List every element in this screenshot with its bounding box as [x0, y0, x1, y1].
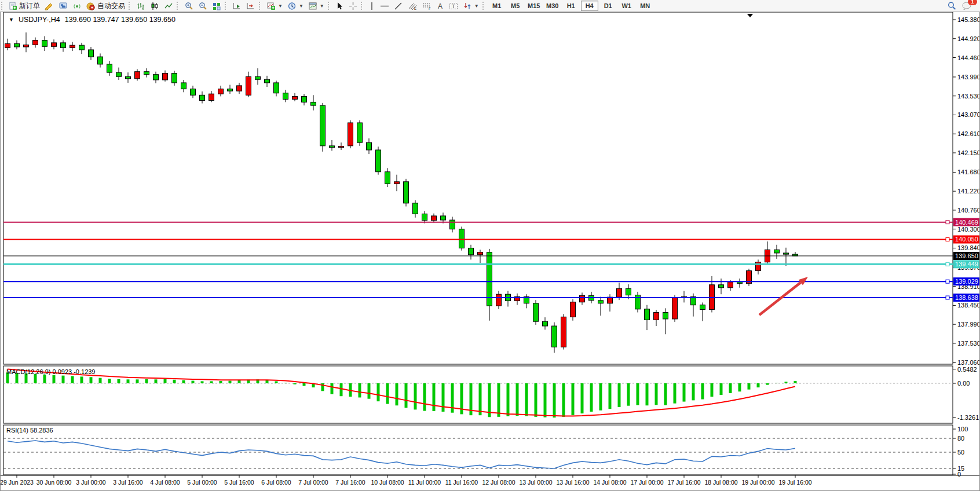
svg-text:139.840: 139.840 [957, 244, 979, 251]
candle-body [163, 74, 168, 80]
candle-body [116, 72, 122, 76]
toolbar-grip [482, 2, 487, 10]
svg-text:140.300: 140.300 [957, 226, 979, 233]
svg-text:10 Jul 08:00: 10 Jul 08:00 [371, 479, 404, 486]
svg-text:11 Jul 00:00: 11 Jul 00:00 [408, 479, 441, 486]
svg-text:30 Jun 08:00: 30 Jun 08:00 [36, 479, 72, 486]
svg-text:19 Jul 16:00: 19 Jul 16:00 [778, 479, 811, 486]
timeframe-MN[interactable]: MN [637, 1, 654, 11]
zoom-out-button[interactable] [196, 0, 210, 12]
trendline-icon [394, 2, 403, 10]
rsi-indicator-label: RSI(14) 58.2836 [6, 427, 53, 434]
text-label-button[interactable]: T [447, 0, 461, 12]
vline-button[interactable] [366, 0, 378, 12]
chart-bars-button[interactable] [134, 0, 148, 12]
caret-down-icon: ▼ [320, 3, 324, 9]
chart-title: ▼ USDJPY-,H4 139.690 139.747 139.650 139… [9, 16, 175, 24]
templates-button[interactable]: ▼ [306, 0, 327, 12]
vline-icon [368, 2, 375, 10]
hline-button[interactable] [378, 0, 392, 12]
channel-icon: E [408, 2, 418, 10]
text-a-icon: A [437, 2, 444, 10]
svg-text:12 Jul 08:00: 12 Jul 08:00 [482, 479, 515, 486]
candle-body [469, 248, 474, 254]
svg-text:141.680: 141.680 [957, 168, 979, 175]
candle-body [432, 216, 437, 221]
notifications-button[interactable]: 1 [959, 0, 974, 12]
svg-text:F: F [429, 7, 431, 10]
signal-button[interactable] [70, 0, 84, 12]
chart-shift-button[interactable] [244, 0, 258, 12]
clock-icon [287, 2, 297, 10]
candle-body [33, 41, 38, 45]
periods-clock-button[interactable]: ▼ [285, 0, 306, 12]
chart-candles-button[interactable] [148, 0, 162, 12]
svg-text:14 Jul 08:00: 14 Jul 08:00 [593, 479, 626, 486]
cursor-button[interactable] [333, 0, 346, 12]
svg-text:13 Jul 16:00: 13 Jul 16:00 [556, 479, 589, 486]
svg-text:140.760: 140.760 [957, 207, 979, 214]
notification-badge: 1 [968, 0, 977, 5]
candle-body [617, 288, 622, 297]
tile-windows-button[interactable] [210, 0, 224, 12]
timeframe-D1[interactable]: D1 [599, 1, 617, 11]
timeframe-M5[interactable]: M5 [507, 1, 524, 11]
autotrade-button[interactable]: 自动交易 [84, 0, 127, 12]
svg-text:E: E [414, 7, 416, 10]
candle-body [172, 74, 177, 83]
candle-body [209, 94, 214, 100]
search-button[interactable] [945, 0, 959, 12]
svg-text:138.450: 138.450 [957, 302, 979, 309]
timeframe-W1[interactable]: W1 [618, 1, 635, 11]
svg-text:80: 80 [957, 435, 964, 442]
indicators-button[interactable]: ▼ [264, 0, 285, 12]
new-order-button[interactable]: 新订单 [6, 0, 42, 12]
candle-body [561, 317, 566, 347]
candle-body [265, 79, 270, 83]
zoom-in-icon [184, 2, 193, 10]
cursor-icon [335, 2, 344, 10]
candle-body [404, 182, 409, 203]
auto-scroll-button[interactable] [230, 0, 244, 12]
candle-body [228, 89, 233, 91]
timeframe-M1[interactable]: M1 [488, 1, 506, 11]
zoom-in-button[interactable] [182, 0, 196, 12]
svg-text:6 Jul 08:00: 6 Jul 08:00 [261, 479, 291, 486]
timeframe-M15[interactable]: M15 [525, 1, 543, 11]
svg-text:100: 100 [957, 426, 968, 433]
fibonacci-button[interactable]: F [420, 0, 434, 12]
text-button[interactable]: A [434, 0, 447, 12]
candle-body [385, 172, 390, 184]
candle-body [719, 285, 724, 288]
arrows-button[interactable]: ▼ [461, 0, 481, 12]
svg-text:7 Jul 00:00: 7 Jul 00:00 [298, 479, 328, 486]
trendline-button[interactable] [392, 0, 405, 12]
candle-body [24, 45, 29, 47]
candle-body [626, 288, 631, 295]
candle-body [672, 298, 678, 319]
toolbar-grip [328, 2, 332, 10]
crosshair-button[interactable] [346, 0, 360, 12]
timeframe-M30[interactable]: M30 [544, 1, 561, 11]
price-panel [3, 12, 953, 364]
channel-button[interactable]: E [405, 0, 420, 12]
timeframe-H4[interactable]: H4 [581, 1, 598, 11]
candle-body [339, 146, 344, 148]
candle-body [376, 150, 381, 172]
svg-text:17 Jul 00:00: 17 Jul 00:00 [630, 479, 663, 486]
candle-body [311, 102, 316, 105]
svg-text:139.449: 139.449 [955, 261, 978, 268]
svg-text:137.530: 137.530 [957, 340, 979, 347]
svg-text:A: A [438, 2, 443, 10]
candle-body [98, 57, 103, 64]
crayon-button[interactable] [42, 0, 56, 12]
symbol-dropdown-icon[interactable]: ▼ [9, 17, 14, 23]
timeframe-H1[interactable]: H1 [562, 1, 580, 11]
market-window-button[interactable] [56, 0, 70, 12]
candle-body [246, 76, 251, 95]
chart-canvas[interactable]: 145.380144.920144.460143.990143.530143.0… [1, 12, 979, 490]
candle-body [144, 72, 149, 75]
chart-window[interactable]: ▼ USDJPY-,H4 139.690 139.747 139.650 139… [0, 12, 980, 491]
svg-text:0.5482: 0.5482 [957, 366, 977, 373]
chart-line-button[interactable] [162, 0, 175, 12]
